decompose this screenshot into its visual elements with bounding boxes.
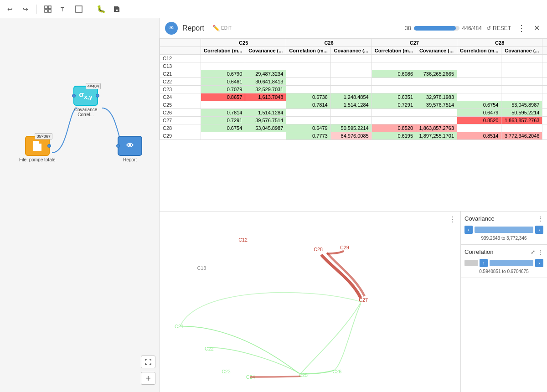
svg-text:C12: C12 [238,237,248,242]
header-close-button[interactable]: ✕ [532,22,542,34]
c12-c25-cov [245,55,286,62]
covariance-node-badge: 4×484 [86,83,101,89]
c27-c27-cov [416,117,457,124]
c26-c27-corr [372,109,416,117]
c27-c28-cov: 1,863,857.2763 [501,117,542,124]
c21-c27-cov: 736,265.2665 [416,70,457,78]
svg-rect-3 [48,10,51,12]
header-more-button[interactable]: ⋮ [516,21,527,35]
table-scroll[interactable]: C25 C26 C27 C28 ⋮ Correlation (m... Cova… [160,38,547,211]
correlation-panel-icons: ⤢ ⋮ [531,249,543,255]
svg-rect-0 [45,6,47,9]
c29-c27-cov: 1,897,255.1701 [416,132,457,140]
graph-more-button[interactable]: ⋮ [449,215,456,224]
table-row: C24 0.8657 1,613.7048 0.6736 1,248.4854 … [160,93,547,101]
svg-text:C26: C26 [333,369,342,374]
c13-c25-cov [245,62,286,70]
file-node-label: File: pompe totale [19,157,56,162]
c12-c26-corr [286,55,330,62]
c28-c27-cov: 1,863,857.2763 [416,124,457,132]
graph-svg: C12 C13 C21 C22 C23 C24 C25 C26 C27 C28 … [160,211,460,392]
correlation-expand-icon[interactable]: ⤢ [531,249,535,255]
report-node-box: 👁 [118,136,142,156]
file-node[interactable]: 35×367 File: pompe totale [19,136,56,162]
c25-c26-cov: 1,514.1284 [330,101,372,109]
redo-button[interactable]: ↪ [19,3,32,15]
covariance-panel-icons: ⋮ [538,216,543,222]
report-port-left [116,144,120,148]
correlation-more-icon[interactable]: ⋮ [538,249,543,255]
covariance-slider-left[interactable]: ‹ [464,226,473,234]
c26-c25-corr: 0.7814 [201,109,245,117]
canvas-panel: σx,y 4×484 Covariance Correl... 35×367 F… [0,18,160,392]
covariance-slider-row: ‹ › [464,226,543,234]
sub-header-c25-cov: Covariance (... [245,47,286,55]
c22-c28-cov [501,78,542,86]
report-node-label: Report [123,157,137,162]
reset-button[interactable]: ↺ RESET [486,25,511,31]
col-header-c28: C28 [457,39,542,47]
reset-icon: ↺ [486,25,491,31]
file-port-right [47,144,51,148]
row-label-c12: C12 [160,55,201,62]
c26-extra [542,109,547,117]
table-row: C21 0.6790 29,487.3234 0.6086 736,265.26… [160,70,547,78]
svg-text:C28: C28 [314,247,323,252]
covariance-range: 939.2543 to 3,772,346 [464,236,543,241]
c21-c28-corr [457,70,501,78]
c29-c28-cov: 3,772,346.2046 [501,132,542,140]
c26-c25-cov: 1,514.1284 [245,109,286,117]
c25-c27-cov: 39,576.7514 [416,101,457,109]
correlation-slider-right[interactable]: › [535,259,543,267]
row-label-c23: C23 [160,86,201,93]
covariance-panel-header: Covariance ⋮ [464,215,543,222]
c21-c27-corr: 0.6086 [372,70,416,78]
covariance-slider-track[interactable] [475,227,533,233]
c25-c28-cov: 53,045.8987 [501,101,542,109]
c26-c26-corr [286,109,330,117]
covariance-slider-right[interactable]: › [535,226,543,234]
svg-text:C13: C13 [197,265,206,271]
add-button[interactable]: + [141,372,155,385]
c29-c26-cov: 84,976.0085 [330,132,372,140]
edit-icon: ✏️ [212,25,220,31]
c28-c28-cov [501,124,542,132]
c13-c25-corr [201,62,245,70]
c27-extra [542,117,547,124]
c24-c27-corr: 0.6351 [372,93,416,101]
c29-c26-corr: 0.7773 [286,132,330,140]
c26-c26-cov [330,109,372,117]
correlation-slider-mid[interactable]: › [480,259,488,267]
bug-button[interactable]: 🐛 [95,3,108,15]
c23-c28-corr [457,86,501,93]
grid-button[interactable] [41,3,54,15]
report-node[interactable]: 👁 Report [118,136,142,162]
row-label-c21: C21 [160,70,201,78]
c23-c26-cov [330,86,372,93]
sub-header-c26-corr: Correlation (m... [286,47,330,55]
c21-c26-cov [330,70,372,78]
correlation-range: 0.5940851 to 0.9704675 [464,269,543,274]
edit-area[interactable]: ✏️ EDIT [212,25,232,31]
c27-c25-cov: 39,576.7514 [245,117,286,124]
row-label-c24: C24 [160,93,201,101]
correlation-slider-track[interactable] [490,260,533,266]
c21-c26-corr [286,70,330,78]
sub-header-c28-cov: Covariance (... [501,47,542,55]
c24-c27-cov: 32,978.1983 [416,93,457,101]
fit-button[interactable] [141,356,155,368]
covariance-node[interactable]: σx,y 4×484 Covariance Correl... [67,86,104,117]
undo-button[interactable]: ↩ [4,3,16,15]
c13-c28-corr [457,62,501,70]
sub-header-c26-cov: Covariance (... [330,47,372,55]
c22-c26-cov [330,78,372,86]
text-button[interactable]: T [57,3,70,15]
save-button[interactable] [110,3,123,15]
c21-c25-corr: 0.6790 [201,70,245,78]
covariance-more-icon[interactable]: ⋮ [538,216,543,222]
col-header-c27: C27 [372,39,457,47]
c28-c26-corr: 0.6479 [286,124,330,132]
frame-button[interactable] [72,3,85,15]
c13-extra [542,62,547,70]
c22-c26-corr [286,78,330,86]
